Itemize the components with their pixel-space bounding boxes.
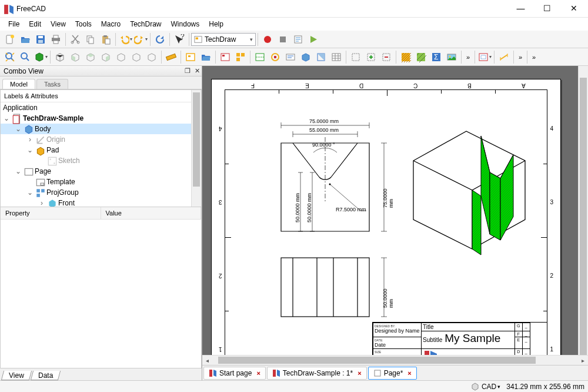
right-view-button[interactable] [98, 49, 113, 65]
doc-tab-page[interactable]: Page*× [368, 367, 417, 380]
whats-this-button[interactable]: ? [172, 32, 187, 47]
tree-template[interactable]: Template [46, 178, 75, 186]
insert-section-button[interactable] [252, 49, 268, 65]
tab-tasks[interactable]: Tasks [36, 79, 68, 89]
toolbar-overflow-1[interactable]: » [463, 49, 473, 65]
workbench-selector[interactable]: TechDraw ▾ [191, 33, 256, 46]
nav-cube-icon[interactable] [471, 383, 479, 391]
doc-tab-sample[interactable]: TechDraw-Sample : 1*× [267, 367, 367, 380]
image-button[interactable] [444, 49, 459, 65]
minimize-button[interactable]: — [507, 0, 534, 17]
nav-style-dropdown-icon[interactable]: ▾ [497, 384, 500, 390]
insert-draft-view-button[interactable] [298, 49, 313, 65]
toolbar-overflow-3[interactable]: » [529, 49, 539, 65]
tab-data[interactable]: Data [31, 371, 61, 380]
doc-tab-start[interactable]: Start page× [203, 367, 266, 380]
macro-run-button[interactable] [306, 32, 321, 47]
close-icon[interactable]: × [407, 370, 411, 377]
macro-record-button[interactable] [260, 32, 275, 47]
tree-doc[interactable]: TechDraw-Sample [23, 114, 83, 122]
tree-scrollbar[interactable] [191, 90, 201, 207]
tree-toggle[interactable]: ⌄ [26, 189, 34, 196]
tree-projgroup[interactable]: ProjGroup [46, 188, 79, 197]
redo-button[interactable]: ▾ [133, 32, 148, 47]
tree-toggle[interactable]: › [38, 200, 45, 207]
tree-origin[interactable]: Origin [46, 135, 65, 144]
copy-button[interactable] [83, 32, 98, 47]
insert-arch-view-button[interactable] [313, 49, 329, 65]
hatch-geom-button[interactable] [413, 49, 429, 65]
tree-page[interactable]: Page [35, 167, 51, 175]
clip-group-button[interactable] [348, 49, 363, 65]
dim-length-button[interactable] [496, 49, 512, 65]
paste-button[interactable] [98, 32, 113, 47]
cut-button[interactable] [68, 32, 83, 47]
window-title: FreeCAD [16, 5, 507, 13]
left-view-button[interactable] [144, 49, 159, 65]
menu-tools[interactable]: Tools [71, 19, 96, 29]
menu-help[interactable]: Help [204, 19, 228, 29]
front-view-button[interactable] [68, 49, 83, 65]
clip-add-button[interactable] [363, 49, 379, 65]
rear-view-button[interactable] [113, 49, 129, 65]
new-button[interactable] [2, 32, 18, 47]
tree-body[interactable]: Body [35, 125, 51, 133]
close-icon[interactable]: × [256, 370, 260, 377]
undo-button[interactable]: ▾ [118, 32, 133, 47]
canvas-scrollbar-h[interactable]: ◂ ▸ [202, 355, 588, 365]
tree-toggle[interactable]: ⌄ [15, 168, 22, 175]
scroll-right-button[interactable]: ▸ [578, 356, 588, 366]
insert-projgroup-button[interactable] [233, 49, 248, 65]
tab-model[interactable]: Model [2, 79, 35, 89]
panel-close-button[interactable]: ✕ [192, 67, 202, 75]
tree-toggle[interactable]: ⌄ [15, 125, 22, 132]
drawing-canvas[interactable]: F E D C B A F E D C B A 4 3 2 [202, 66, 588, 355]
scroll-left-button[interactable]: ◂ [202, 356, 212, 366]
toolbar-overflow-2[interactable]: » [516, 49, 525, 65]
fit-selection-button[interactable] [18, 49, 33, 65]
top-view-button[interactable] [83, 49, 98, 65]
iso-view-button[interactable] [52, 49, 68, 65]
macro-list-button[interactable] [290, 32, 306, 47]
insert-annotation-button[interactable] [283, 49, 298, 65]
menu-macro[interactable]: Macro [96, 19, 125, 29]
insert-detail-button[interactable] [268, 49, 283, 65]
refresh-button[interactable] [152, 32, 168, 47]
menu-view[interactable]: View [46, 19, 71, 29]
tab-view[interactable]: View [1, 371, 32, 380]
nav-style-label[interactable]: CAD [482, 383, 496, 391]
svg-marker-85 [472, 383, 478, 390]
clip-remove-button[interactable] [379, 49, 394, 65]
close-button[interactable]: ✕ [560, 0, 587, 17]
panel-float-button[interactable]: ❐ [183, 67, 192, 75]
measure-button[interactable] [163, 49, 179, 65]
hatch-button[interactable] [398, 49, 413, 65]
symbol-button[interactable]: Σ [429, 49, 444, 65]
tree-toggle[interactable]: ⌄ [3, 115, 10, 122]
menu-techdraw[interactable]: TechDraw [125, 19, 166, 29]
open-button[interactable] [18, 32, 33, 47]
macro-stop-button[interactable] [275, 32, 290, 47]
draw-style-button[interactable]: ▾ [33, 49, 48, 65]
canvas-scrollbar-v[interactable] [578, 66, 588, 355]
maximize-button[interactable]: ☐ [534, 0, 560, 17]
menu-edit[interactable]: Edit [24, 19, 46, 29]
insert-spreadsheet-button[interactable] [329, 49, 344, 65]
insert-view-button[interactable] [218, 49, 233, 65]
bottom-view-button[interactable] [129, 49, 144, 65]
new-page-template-button[interactable] [198, 49, 213, 65]
print-button[interactable] [48, 32, 64, 47]
tree-toggle[interactable]: › [26, 136, 34, 143]
menu-windows[interactable]: Windows [166, 19, 205, 29]
tree-pad[interactable]: Pad [46, 146, 59, 154]
save-button[interactable] [33, 32, 48, 47]
tree-sketch[interactable]: Sketch [58, 157, 80, 165]
menu-file[interactable]: File [4, 19, 24, 29]
toggle-frames-button[interactable]: ▾ [477, 49, 492, 65]
tree-toggle[interactable]: ⌄ [26, 147, 34, 154]
fit-all-button[interactable] [2, 49, 18, 65]
close-icon[interactable]: × [358, 370, 361, 377]
new-page-button[interactable] [183, 49, 198, 65]
tree-front[interactable]: Front [58, 199, 75, 207]
tree-view[interactable]: Labels & Attributes Application ⌄TechDra… [0, 89, 202, 207]
